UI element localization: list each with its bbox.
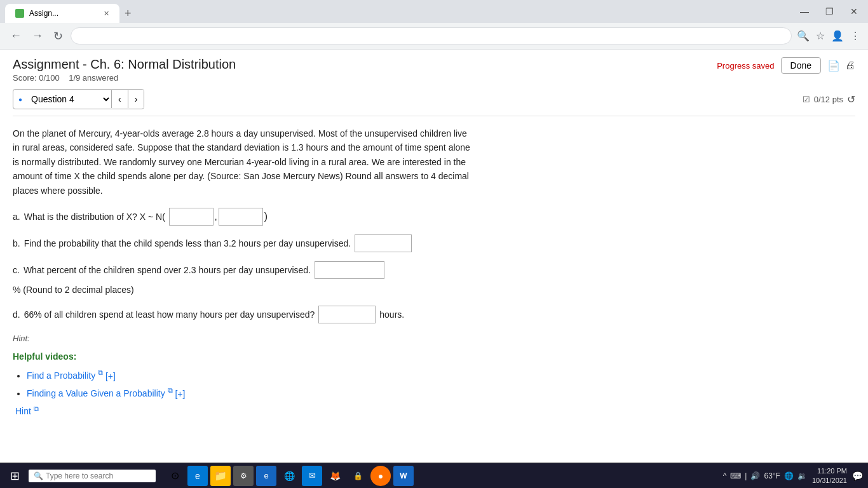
question-selector: ● Question 4 ‹ › — [13, 89, 144, 109]
finding-value-link[interactable]: Finding a Value Given a Probability ⧉ — [27, 388, 175, 398]
external-link-icon2: ⧉ — [168, 387, 173, 395]
volume-icon[interactable]: 🔊 — [750, 471, 760, 480]
orange-icon[interactable]: ● — [370, 466, 391, 486]
clock-time: 11:20 PM — [812, 466, 847, 475]
keyboard-icon[interactable]: ⌨ — [730, 471, 741, 480]
normal-inputs: , ) — [169, 208, 268, 226]
part-a-input2[interactable] — [219, 208, 263, 226]
new-tab-button[interactable]: + — [119, 4, 137, 23]
find-probability-expand[interactable]: [+] — [105, 370, 116, 381]
notification-button[interactable]: 💬 — [852, 471, 863, 481]
address-bar[interactable] — [71, 27, 792, 44]
word-icon[interactable]: W — [393, 466, 414, 486]
hint-section: Hint: Helpful videos: Find a Probability… — [13, 332, 470, 418]
header-right: Progress saved Done 📄 🖨 — [717, 57, 855, 74]
temperature: 63°F — [764, 471, 780, 480]
chrome-icon[interactable]: 🌐 — [279, 466, 299, 486]
toolbar-icons: 🔍 ☆ 👤 ⋮ — [797, 30, 860, 42]
part-d-input[interactable] — [318, 306, 376, 323]
undo-icon[interactable]: ↺ — [847, 93, 855, 105]
taskbar-separator: | — [745, 471, 747, 480]
hint-label: Hint: — [13, 332, 470, 346]
clock-date: 10/31/2021 — [812, 476, 847, 485]
part-d-label: d. — [13, 308, 20, 322]
close-paren: ) — [264, 208, 268, 225]
tab-title: Assign... — [29, 9, 58, 18]
active-tab[interactable]: Assign... ✕ — [5, 4, 119, 23]
assignment-title: Assignment - Ch. 6: Normal Distribution — [13, 57, 236, 72]
question-nav: ● Question 4 ‹ › ☑ 0/12 pts ↺ — [13, 89, 855, 109]
close-button[interactable]: ✕ — [845, 4, 863, 19]
question-part-c: c. What percent of the children spend ov… — [13, 261, 470, 297]
question-body: On the planet of Mercury, 4-year-olds av… — [13, 126, 470, 419]
taskbar-search: 🔍 — [29, 470, 156, 482]
helpful-videos-label: Helpful videos: — [13, 349, 470, 363]
reload-button[interactable]: ↻ — [51, 27, 65, 46]
question-dropdown[interactable]: Question 4 — [22, 90, 111, 109]
taskbar-search-input[interactable] — [46, 471, 135, 480]
chevron-up-icon[interactable]: ^ — [723, 471, 727, 480]
find-probability-text: Find a Probability — [27, 370, 95, 381]
hint-ext-icon: ⧉ — [34, 405, 39, 412]
mail-icon[interactable]: ✉ — [302, 466, 322, 486]
find-probability-link[interactable]: Find a Probability ⧉ — [27, 370, 105, 381]
finding-value-text: Finding a Value Given a Probability — [27, 388, 165, 398]
print-icon[interactable]: 🖨 — [845, 60, 855, 72]
tab-strip: Assign... ✕ + — [5, 0, 792, 23]
browser-frame: Assign... ✕ + — ❐ ✕ ← → ↻ 🔍 ☆ 👤 ⋮ — [0, 0, 868, 488]
back-button[interactable]: ← — [8, 27, 24, 45]
progress-saved: Progress saved — [717, 61, 774, 71]
document-icon[interactable]: 📄 — [827, 60, 840, 72]
edge-icon[interactable]: e — [187, 466, 208, 486]
score-line: Score: 0/100 1/9 answered — [13, 73, 236, 83]
firefox-icon[interactable]: 🦊 — [325, 466, 345, 486]
part-c-label: c. — [13, 263, 20, 277]
file-explorer-icon[interactable]: 📁 — [210, 466, 231, 486]
start-button[interactable]: ⊞ — [5, 466, 25, 485]
part-a-text: What is the distribution of X? X ~ N( — [24, 210, 165, 224]
header-icons: 📄 🖨 — [827, 60, 855, 72]
system-tray: ^ ⌨ | 🔊 63°F 🌐 🔉 — [723, 471, 807, 480]
prev-question-button[interactable]: ‹ — [111, 90, 128, 108]
section-divider — [13, 116, 855, 116]
maximize-button[interactable]: ❐ — [820, 4, 839, 19]
vpn-icon[interactable]: 🔒 — [348, 466, 368, 486]
assignment-header: Assignment - Ch. 6: Normal Distribution … — [13, 57, 855, 83]
task-view-icon[interactable]: ⊙ — [165, 466, 185, 486]
question-text: On the planet of Mercury, 4-year-olds av… — [13, 126, 470, 198]
part-c-suffix: % (Round to 2 decimal places) — [13, 283, 134, 297]
part-c-input[interactable] — [315, 261, 384, 279]
pts-value: 0/12 pts — [814, 95, 843, 104]
ie-icon[interactable]: e — [256, 466, 276, 486]
question-part-b: b. Find the probability that the child s… — [13, 234, 470, 252]
part-b-input[interactable] — [355, 234, 412, 252]
finding-value-expand[interactable]: [+] — [175, 388, 185, 398]
list-item: Finding a Value Given a Probability ⧉ [+… — [27, 386, 470, 401]
next-question-button[interactable]: › — [128, 90, 144, 108]
part-a-label: a. — [13, 210, 20, 224]
part-b-label: b. — [13, 236, 20, 250]
profile-icon[interactable]: 👤 — [831, 30, 844, 42]
sound-icon[interactable]: 🔉 — [797, 471, 807, 480]
taskbar: ⊞ 🔍 ⊙ e 📁 ⚙ e 🌐 ✉ 🦊 🔒 ● W ^ ⌨ | 🔊 63°F — [0, 463, 868, 488]
taskbar-right: ^ ⌨ | 🔊 63°F 🌐 🔉 11:20 PM 10/31/2021 💬 — [723, 466, 863, 485]
browser-toolbar: ← → ↻ 🔍 ☆ 👤 ⋮ — [0, 23, 868, 50]
comma-separator: , — [215, 210, 217, 224]
list-item: Find a Probability ⧉ [+] — [27, 368, 470, 383]
search-icon[interactable]: 🔍 — [797, 30, 810, 42]
network-icon[interactable]: 🌐 — [784, 471, 794, 480]
pts-indicator: ☑ 0/12 pts ↺ — [803, 93, 855, 105]
minimize-button[interactable]: — — [795, 4, 814, 19]
answered: 1/9 answered — [69, 73, 118, 83]
menu-icon[interactable]: ⋮ — [850, 30, 860, 42]
forward-button[interactable]: → — [29, 27, 46, 45]
clock: 11:20 PM 10/31/2021 — [812, 466, 847, 485]
tab-close-btn[interactable]: ✕ — [104, 10, 109, 18]
bookmark-icon[interactable]: ☆ — [816, 30, 825, 42]
part-d-text: 66% of all children spend at least how m… — [24, 308, 315, 322]
hint-link[interactable]: Hint — [15, 406, 31, 416]
settings-icon[interactable]: ⚙ — [233, 466, 254, 486]
done-button[interactable]: Done — [781, 57, 821, 74]
part-a-input1[interactable] — [169, 208, 214, 226]
question-part-a: a. What is the distribution of X? X ~ N(… — [13, 208, 470, 226]
